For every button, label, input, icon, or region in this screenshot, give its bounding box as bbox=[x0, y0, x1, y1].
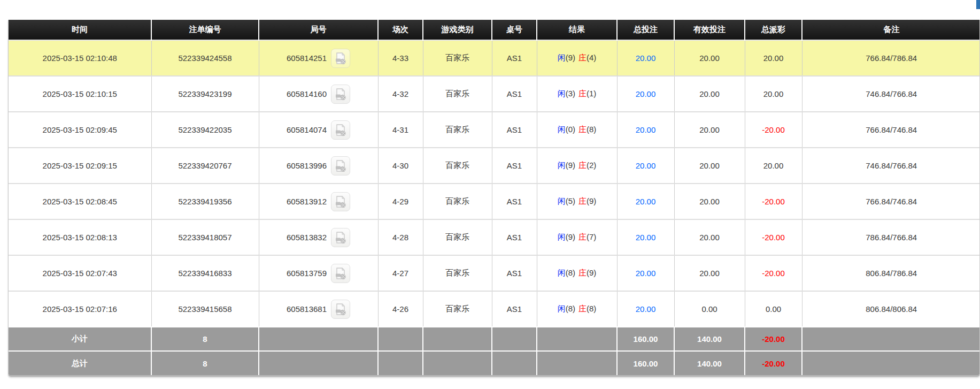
result-player-score: (0) bbox=[566, 125, 575, 134]
cell-total-payout: 20.00 bbox=[745, 148, 802, 184]
summary-total-payout: -20.00 bbox=[745, 351, 802, 375]
cell-valid-bet: 20.00 bbox=[674, 148, 745, 184]
cell-total-payout: 20.00 bbox=[745, 40, 802, 76]
cell-time: 2025-03-15 02:09:45 bbox=[9, 112, 151, 148]
cell-round-id: 605813832 bbox=[259, 219, 378, 255]
summary-empty-cell bbox=[259, 327, 378, 351]
summary-empty-cell bbox=[378, 327, 423, 351]
cell-result: 闲(5)庄(9) bbox=[537, 184, 617, 219]
table-body: 2025-03-15 02:10:48 522339424558 6058142… bbox=[9, 40, 980, 327]
cell-bet-id: 522339422035 bbox=[151, 112, 259, 148]
video-icon bbox=[334, 267, 347, 280]
cell-game-type: 百家乐 bbox=[423, 76, 492, 112]
cell-total-bet[interactable]: 20.00 bbox=[617, 76, 674, 112]
cell-remark: 766.84/746.84 bbox=[802, 184, 980, 219]
summary-empty-cell bbox=[378, 351, 423, 375]
cell-total-payout: -20.00 bbox=[745, 184, 802, 219]
video-replay-button[interactable] bbox=[331, 120, 350, 140]
cell-total-bet[interactable]: 20.00 bbox=[617, 112, 674, 148]
result-banker-label: 庄 bbox=[578, 196, 587, 205]
cell-total-payout: -20.00 bbox=[745, 255, 802, 291]
video-replay-button[interactable] bbox=[331, 228, 350, 247]
video-replay-button[interactable] bbox=[331, 156, 350, 176]
table-foot: 小计 8 160.00 140.00 -20.00 总计 8 160.00 14… bbox=[9, 327, 980, 375]
cell-table-no: AS1 bbox=[492, 148, 537, 184]
top-right-partial-button[interactable] bbox=[976, 0, 980, 9]
video-replay-button[interactable] bbox=[331, 300, 350, 319]
summary-total-bet: 160.00 bbox=[617, 351, 674, 375]
cell-total-bet[interactable]: 20.00 bbox=[617, 148, 674, 184]
cell-table-no: AS1 bbox=[492, 112, 537, 148]
cell-session: 4-26 bbox=[378, 291, 423, 327]
cell-bet-id: 522339418057 bbox=[151, 219, 259, 255]
summary-row: 总计 8 160.00 140.00 -20.00 bbox=[9, 351, 980, 375]
round-id-text: 605813681 bbox=[287, 304, 327, 314]
round-id-text: 605814074 bbox=[287, 125, 327, 134]
cell-session: 4-33 bbox=[378, 40, 423, 76]
cell-game-type: 百家乐 bbox=[423, 40, 492, 76]
result-banker-label: 庄 bbox=[578, 232, 587, 241]
cell-table-no: AS1 bbox=[492, 184, 537, 219]
summary-empty-cell bbox=[259, 351, 378, 375]
result-banker-label: 庄 bbox=[578, 304, 587, 313]
cell-round-id: 605813759 bbox=[259, 255, 378, 291]
video-replay-button[interactable] bbox=[331, 49, 350, 68]
result-banker-score: (4) bbox=[587, 53, 596, 62]
result-banker-label: 庄 bbox=[578, 161, 587, 170]
cell-result: 闲(9)庄(2) bbox=[537, 148, 617, 184]
summary-label: 小计 bbox=[9, 327, 151, 351]
video-icon bbox=[334, 52, 347, 65]
cell-valid-bet: 0.00 bbox=[674, 291, 745, 327]
cell-round-id: 605813912 bbox=[259, 184, 378, 219]
result-player-label: 闲 bbox=[558, 196, 566, 205]
video-icon bbox=[334, 231, 347, 244]
cell-time: 2025-03-15 02:08:45 bbox=[9, 184, 151, 219]
cell-total-bet[interactable]: 20.00 bbox=[617, 184, 674, 219]
cell-total-bet[interactable]: 20.00 bbox=[617, 219, 674, 255]
result-player-label: 闲 bbox=[558, 268, 566, 277]
col-header-total-payout: 总派彩 bbox=[745, 20, 802, 40]
table-row: 2025-03-15 02:10:48 522339424558 6058142… bbox=[9, 40, 980, 76]
summary-total-bet: 160.00 bbox=[617, 327, 674, 351]
summary-empty-cell bbox=[423, 351, 492, 375]
cell-table-no: AS1 bbox=[492, 219, 537, 255]
cell-total-bet[interactable]: 20.00 bbox=[617, 291, 674, 327]
round-id-text: 605813832 bbox=[287, 233, 327, 242]
col-header-valid-bet: 有效投注 bbox=[674, 20, 745, 40]
cell-remark: 766.84/746.84 bbox=[802, 112, 980, 148]
col-header-table-no: 桌号 bbox=[492, 20, 537, 40]
cell-time: 2025-03-15 02:08:13 bbox=[9, 219, 151, 255]
header-row: 时间 注单编号 局号 场次 游戏类别 桌号 结果 总投注 有效投注 总派彩 备注 bbox=[9, 20, 980, 40]
cell-game-type: 百家乐 bbox=[423, 112, 492, 148]
cell-time: 2025-03-15 02:07:43 bbox=[9, 255, 151, 291]
table-row: 2025-03-15 02:07:16 522339415658 6058136… bbox=[9, 291, 980, 327]
video-replay-button[interactable] bbox=[331, 192, 350, 211]
cell-session: 4-29 bbox=[378, 184, 423, 219]
cell-total-bet[interactable]: 20.00 bbox=[617, 255, 674, 291]
cell-table-no: AS1 bbox=[492, 255, 537, 291]
cell-game-type: 百家乐 bbox=[423, 184, 492, 219]
video-replay-button[interactable] bbox=[331, 264, 350, 283]
summary-count: 8 bbox=[151, 327, 259, 351]
cell-valid-bet: 20.00 bbox=[674, 184, 745, 219]
cell-session: 4-30 bbox=[378, 148, 423, 184]
cell-remark: 766.84/786.84 bbox=[802, 40, 980, 76]
round-id-text: 605813996 bbox=[287, 161, 327, 170]
cell-session: 4-27 bbox=[378, 255, 423, 291]
col-header-remark: 备注 bbox=[802, 20, 980, 40]
cell-remark: 806.84/806.84 bbox=[802, 291, 980, 327]
cell-result: 闲(3)庄(1) bbox=[537, 76, 617, 112]
round-id-text: 605813759 bbox=[287, 269, 327, 278]
result-player-label: 闲 bbox=[558, 232, 566, 241]
cell-session: 4-31 bbox=[378, 112, 423, 148]
result-banker-label: 庄 bbox=[578, 268, 587, 277]
video-replay-button[interactable] bbox=[331, 85, 350, 104]
table-row: 2025-03-15 02:08:13 522339418057 6058138… bbox=[9, 219, 980, 255]
col-header-round-id: 局号 bbox=[259, 20, 378, 40]
bet-records-table: 时间 注单编号 局号 场次 游戏类别 桌号 结果 总投注 有效投注 总派彩 备注… bbox=[9, 20, 980, 375]
result-banker-label: 庄 bbox=[578, 89, 587, 98]
cell-remark: 806.84/786.84 bbox=[802, 255, 980, 291]
result-banker-label: 庄 bbox=[578, 53, 587, 62]
result-player-score: (3) bbox=[566, 89, 575, 98]
cell-total-bet[interactable]: 20.00 bbox=[617, 40, 674, 76]
